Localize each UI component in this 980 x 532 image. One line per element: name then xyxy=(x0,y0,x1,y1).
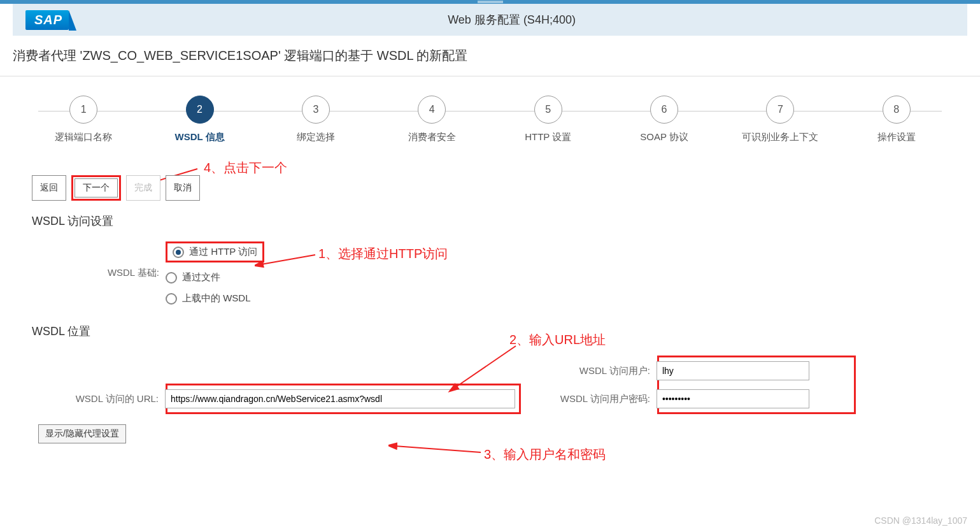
radio-label: 上载中的 WSDL xyxy=(182,292,251,305)
user-label: WSDL 访问用户: xyxy=(523,365,657,377)
radio-icon xyxy=(166,293,177,305)
url-label: WSDL 访问的 URL: xyxy=(31,393,165,405)
wizard-step-3[interactable]: 3 绑定选择 xyxy=(258,96,374,143)
radio-label: 通过 HTTP 访问 xyxy=(189,246,257,258)
wizard-steps: 1 逻辑端口名称 2 WSDL 信息 3 绑定选择 4 消费者安全 5 HTTP… xyxy=(0,83,980,150)
wsdl-base-row: WSDL 基础: 通过 HTTP 访问 通过文件 上载中的 WSDL xyxy=(32,241,948,305)
wsdl-url-input[interactable] xyxy=(165,389,515,408)
wsdl-base-label: WSDL 基础: xyxy=(32,267,166,279)
highlight-box: 下一个 xyxy=(71,175,121,201)
radio-label: 通过文件 xyxy=(182,271,220,284)
wsdl-user-input[interactable] xyxy=(657,361,809,380)
step-label: 操作设置 xyxy=(839,131,955,143)
step-number: 6 xyxy=(650,96,678,124)
highlight-box-url: WSDL 访问的 URL: xyxy=(166,384,521,414)
svg-line-2 xyxy=(455,346,516,387)
annotation-4: 4、点击下一个 xyxy=(204,159,287,176)
step-number: 4 xyxy=(418,96,446,124)
step-number: 8 xyxy=(883,96,911,124)
wizard-step-6[interactable]: 6 SOAP 协议 xyxy=(606,96,722,143)
button-row: 返回 下一个 完成 取消 xyxy=(32,175,948,201)
wizard-step-7[interactable]: 7 可识别业务上下文 xyxy=(722,96,838,143)
back-button[interactable]: 返回 xyxy=(32,175,66,201)
step-number: 5 xyxy=(534,96,562,124)
app-header: SAP Web 服务配置 (S4H;400) xyxy=(13,4,967,36)
wsdl-password-input[interactable] xyxy=(657,389,809,408)
step-number: 3 xyxy=(302,96,330,124)
radio-icon xyxy=(173,247,184,258)
highlight-box-credentials: WSDL 访问用户: WSDL 访问用户密码: xyxy=(657,356,856,414)
finish-button: 完成 xyxy=(126,175,160,201)
sap-logo: SAP xyxy=(25,10,69,30)
pwd-label: WSDL 访问用户密码: xyxy=(523,393,657,405)
step-label: SOAP 协议 xyxy=(606,131,722,143)
section-title-location: WSDL 位置 xyxy=(32,324,948,339)
wizard-step-1[interactable]: 1 逻辑端口名称 xyxy=(25,96,141,143)
page-title: 消费者代理 'ZWS_CO_WEB_SERVICE1SOAP' 逻辑端口的基于 … xyxy=(0,36,980,76)
step-number: 1 xyxy=(69,96,97,124)
radio-http-access[interactable]: 通过 HTTP 访问 xyxy=(173,246,257,258)
step-label: 绑定选择 xyxy=(258,131,374,143)
toggle-proxy-button[interactable]: 显示/隐藏代理设置 xyxy=(38,424,126,443)
step-label: WSDL 信息 xyxy=(141,131,257,143)
radio-upload-wsdl[interactable]: 上载中的 WSDL xyxy=(166,292,264,305)
wizard-step-5[interactable]: 5 HTTP 设置 xyxy=(490,96,606,143)
step-number: 7 xyxy=(766,96,794,124)
wizard-step-2[interactable]: 2 WSDL 信息 xyxy=(141,96,257,143)
wizard-step-4[interactable]: 4 消费者安全 xyxy=(374,96,490,143)
radio-file-access[interactable]: 通过文件 xyxy=(166,271,264,284)
step-label: 逻辑端口名称 xyxy=(25,131,141,143)
cancel-button[interactable]: 取消 xyxy=(166,175,200,201)
step-label: HTTP 设置 xyxy=(490,131,606,143)
step-label: 消费者安全 xyxy=(374,131,490,143)
next-button[interactable]: 下一个 xyxy=(75,178,118,198)
step-number: 2 xyxy=(186,96,214,124)
header-title: Web 服务配置 (S4H;400) xyxy=(69,12,955,27)
section-title-access: WSDL 访问设置 xyxy=(32,213,948,229)
radio-icon xyxy=(166,272,177,284)
wizard-step-8[interactable]: 8 操作设置 xyxy=(839,96,955,143)
wsdl-base-radio-group: 通过 HTTP 访问 通过文件 上载中的 WSDL xyxy=(166,241,264,305)
step-label: 可识别业务上下文 xyxy=(722,131,838,143)
